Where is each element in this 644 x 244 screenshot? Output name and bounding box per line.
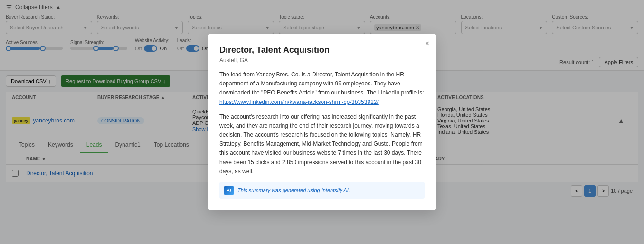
- lead-detail-modal: × Director, Talent Acquisition Austell, …: [208, 34, 436, 204]
- linkedin-link[interactable]: https://www.linkedin.com/in/kwana-jackso…: [219, 99, 379, 105]
- modal-subtitle: Austell, GA: [219, 57, 425, 64]
- ai-logo-icon: AI: [224, 186, 234, 195]
- modal-body-2: The account's research into our offering…: [219, 113, 425, 176]
- modal-title: Director, Talent Acquisition: [219, 45, 425, 55]
- modal-body-1: The lead from Yancey Bros. Co. is a Dire…: [219, 70, 425, 107]
- modal-overlay[interactable]: × Director, Talent Acquisition Austell, …: [0, 0, 644, 204]
- modal-ai-note: AI This summary was generated using Inte…: [219, 182, 425, 199]
- ai-note-text: This summary was generated using Intents…: [237, 188, 350, 193]
- modal-close-button[interactable]: ×: [425, 39, 429, 48]
- modal-body-text-1: The lead from Yancey Bros. Co. is a Dire…: [219, 71, 424, 96]
